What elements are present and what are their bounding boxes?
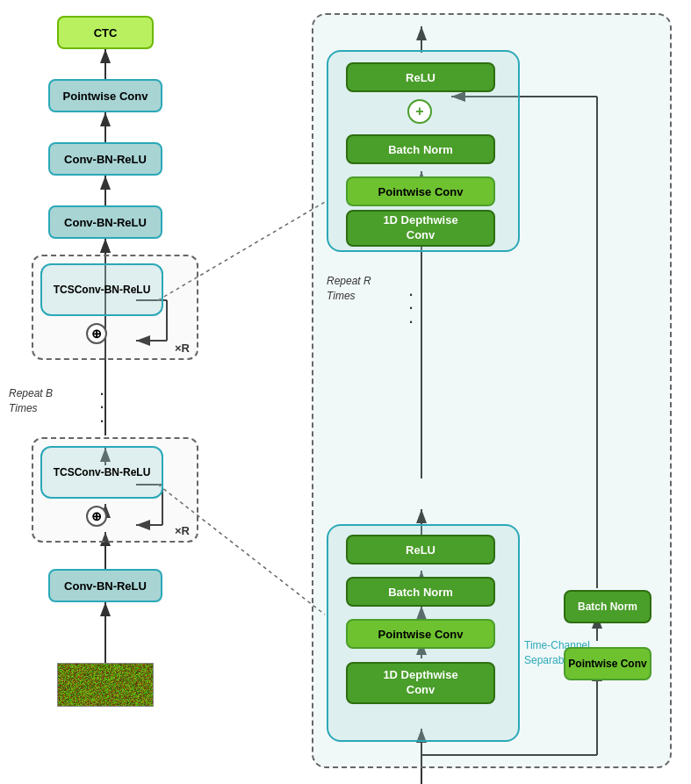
top-inner-block: TCSConv-BN-ReLU — [40, 263, 163, 316]
conv-bn-relu-3-label: Conv-BN-ReLU — [64, 153, 147, 166]
pointwise-conv-top-box: Pointwise Conv — [48, 79, 162, 112]
ctc-box: CTC — [57, 16, 154, 49]
pointwise-conv-top-label: Pointwise Conv — [63, 90, 148, 103]
top-right-inner-block: ReLU + Batch Norm Pointwise Conv 1D Dept… — [327, 50, 520, 252]
tcsconv-top-label: TCSConv-BN-ReLU — [54, 284, 151, 296]
dots-middle: ··· — [99, 386, 104, 427]
right-panel: ReLU + Batch Norm Pointwise Conv 1D Dept… — [312, 13, 672, 768]
right-batch-norm-bottom: Batch Norm — [346, 577, 495, 607]
bottom-right-inner-block: ReLU Batch Norm Pointwise Conv 1D Depthw… — [327, 524, 520, 742]
bottom-inner-block: TCSConv-BN-ReLU — [40, 446, 163, 499]
right-pointwise-top: Pointwise Conv — [346, 176, 495, 206]
spectrogram — [57, 663, 154, 707]
right-depthwise-bottom: 1D DepthwiseConv — [346, 662, 495, 704]
right-side-batch-norm: Batch Norm — [564, 590, 651, 623]
ctc-label: CTC — [94, 26, 118, 40]
right-pointwise-bottom: Pointwise Conv — [346, 619, 495, 649]
conv-bn-relu-1-box: Conv-BN-ReLU — [48, 569, 162, 602]
right-depthwise-top: 1D DepthwiseConv — [346, 210, 495, 247]
tcsconv-bottom-label: TCSConv-BN-ReLU — [54, 466, 151, 478]
plus-circle-bottom: ⊕ — [86, 506, 107, 527]
dots-right: ··· — [408, 287, 414, 327]
right-relu-bottom: ReLU — [346, 535, 495, 565]
right-relu-top: ReLU — [346, 62, 495, 92]
times-r-bottom: ×R — [175, 524, 190, 537]
top-repeat-block: TCSConv-BN-ReLU ⊕ ×R — [32, 255, 198, 360]
repeat-r-right-label: Repeat RTimes — [327, 274, 371, 304]
times-r-top: ×R — [175, 342, 190, 355]
conv-bn-relu-2-box: Conv-BN-ReLU — [48, 205, 162, 239]
right-batch-norm-top: Batch Norm — [346, 134, 495, 164]
right-side-pointwise: Pointwise Conv — [564, 647, 651, 680]
repeat-b-label: Repeat BTimes — [9, 386, 53, 416]
plus-circle-right-top: + — [407, 99, 432, 124]
conv-bn-relu-2-label: Conv-BN-ReLU — [64, 216, 147, 229]
conv-bn-relu-3-box: Conv-BN-ReLU — [48, 142, 162, 176]
bottom-repeat-block: TCSConv-BN-ReLU ⊕ ×R — [32, 437, 198, 543]
conv-bn-relu-1-label: Conv-BN-ReLU — [64, 579, 147, 593]
plus-circle-top: ⊕ — [86, 323, 107, 344]
